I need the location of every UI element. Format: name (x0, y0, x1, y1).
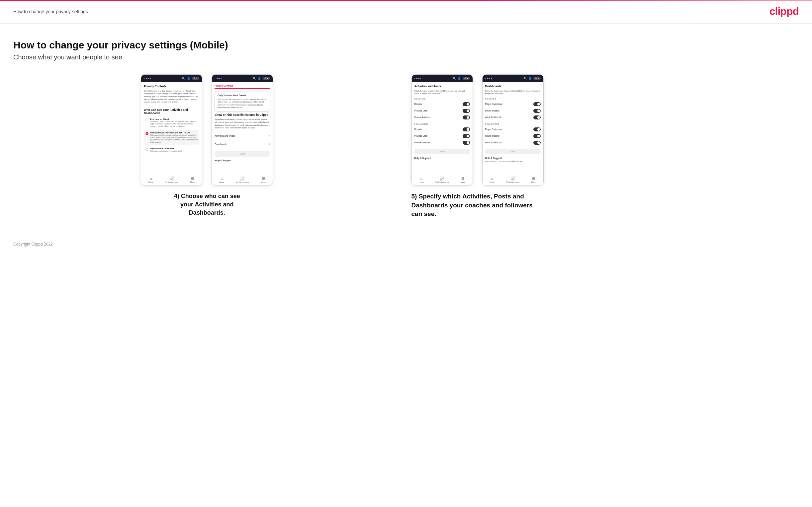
help-text4: Visit our Clippd community to troublesho… (485, 160, 541, 162)
toggle-followers-manual-switch[interactable] (463, 141, 470, 145)
chevron-down-icon: ▾ (196, 77, 198, 79)
screen3-followers-label: FOLLOWERS (414, 123, 470, 125)
bottom-nav-menu[interactable]: ☰ Menu (190, 177, 195, 183)
screen1-section-title: Who Can See Your Activities and Dashboar… (144, 108, 199, 115)
menu-row-dashboards-label: Dashboards (214, 143, 227, 145)
screen4-mockup: ‹ Back 🔍 👤 ⊕ ▾ Dashbo (482, 74, 544, 185)
toggle-followers-drills-switch[interactable] (463, 134, 470, 138)
more-btn[interactable]: ⊕ ▾ (192, 77, 199, 80)
toggle-label-coaches-round-insights: Round Insights (485, 110, 500, 112)
toggle-coaches-rounds-switch[interactable] (463, 102, 470, 106)
person-icon2[interactable]: 👤 (258, 77, 261, 80)
toggle-coaches-what-to-work-switch[interactable] (534, 115, 541, 119)
screen3-bottom-menu[interactable]: ☰ Menu (461, 177, 465, 183)
toggle-coaches-player-dashboard-switch[interactable] (534, 102, 541, 106)
screen4-bottom-nav: ⌂ Home 📈 My Performance ☰ Menu (483, 175, 543, 185)
more-btn3[interactable]: ⊕ ▾ (463, 77, 470, 80)
screen2-bottom-home[interactable]: ⌂ Home (219, 177, 224, 183)
save-btn-2[interactable]: Save (214, 151, 270, 157)
toggle-followers-round-insights-switch[interactable] (534, 134, 541, 138)
top-bar: How to change your privacy settings clip… (0, 0, 812, 23)
home-label3: Home (419, 181, 424, 183)
screen3-bottom-home[interactable]: ⌂ Home (419, 177, 424, 183)
person-icon[interactable]: 👤 (187, 77, 190, 80)
toggle-followers-round-insights: Round Insights (485, 133, 541, 139)
toggle-label-followers-drills: Practice Drills (414, 135, 428, 137)
footer: Copyright Clippd 2022 (0, 232, 812, 257)
menu-icon4: ☰ (532, 177, 536, 180)
radio-content-coach: Only You and Your Coach Only you and the… (150, 148, 184, 152)
performance-label2: My Performance (236, 181, 249, 183)
menu-label3: Menu (461, 181, 465, 183)
toggle-followers-player-dashboard-switch[interactable] (534, 127, 541, 131)
screen4-back-label: Back (487, 77, 493, 79)
toggle-followers-rounds: Rounds (414, 126, 470, 133)
screen2-body: Privacy Controls Only You and Your Coach… (212, 82, 273, 175)
bottom-nav-performance[interactable]: 📈 My Performance (165, 177, 179, 183)
toggle-label-coaches-rounds: Rounds (414, 103, 422, 105)
more-btn4[interactable]: ⊕ ▾ (534, 77, 541, 80)
toggle-coaches-drills: Practice Drills (414, 108, 470, 114)
radio-desc-followers: Only approved followers and coaches you … (150, 134, 198, 143)
screen2-bottom-nav: ⌂ Home 📈 My Performance ☰ Menu (212, 175, 273, 185)
search-icon2[interactable]: 🔍 (253, 77, 256, 80)
screen4-bottom-performance[interactable]: 📈 My Performance (506, 177, 519, 183)
screen2-bottom-menu[interactable]: ☰ Menu (261, 177, 266, 183)
help-support-label3: Help & Support (414, 157, 470, 159)
screen2-tab-label: Privacy Controls (214, 84, 270, 89)
screen3-bottom-performance[interactable]: 📈 My Performance (436, 177, 449, 183)
search-icon4[interactable]: 🔍 (523, 77, 527, 80)
radio-option-everyone[interactable]: Everyone on Clippd Anyone on Clippd can … (144, 116, 199, 129)
toggle-coaches-manual-switch[interactable] (463, 115, 470, 119)
more-btn2[interactable]: ⊕ ▾ (263, 77, 270, 80)
toggle-label-coaches-drills: Practice Drills (414, 110, 428, 112)
search-icon3[interactable]: 🔍 (453, 77, 456, 80)
main-content: How to change your privacy settings (Mob… (0, 23, 812, 232)
screen4-bottom-menu[interactable]: ☰ Menu (531, 177, 536, 183)
screen3-bottom-nav: ⌂ Home 📈 My Performance ☰ Menu (412, 175, 472, 185)
toggle-coaches-rounds: Rounds (414, 101, 470, 108)
radio-label-followers: Only Approved Followers and Your Coach (150, 132, 198, 134)
radio-option-coach[interactable]: Only You and Your Coach Only you and the… (144, 146, 199, 154)
screen4-back[interactable]: ‹ Back (485, 77, 493, 80)
screen3-back[interactable]: ‹ Back (414, 77, 422, 80)
screen2-bottom-performance[interactable]: 📈 My Performance (236, 177, 249, 183)
person-icon4[interactable]: 👤 (528, 77, 532, 80)
screen3-coaches-label: COACHES (414, 98, 470, 100)
menu-row-dashboards[interactable]: Dashboards › (214, 140, 270, 148)
save-btn-4[interactable]: Save (485, 149, 541, 154)
bottom-nav-home[interactable]: ⌂ Home (148, 177, 153, 183)
page-heading: How to change your privacy settings (Mob… (13, 40, 799, 51)
screen2-section-title: Show or hide specific features in Clippd (214, 113, 270, 116)
radio-option-followers[interactable]: Only Approved Followers and Your Coach O… (144, 130, 199, 145)
toggle-label-followers-player-dashboard: Player Dashboard (485, 128, 503, 130)
logo: clippd (769, 5, 799, 17)
back-chevron-icon3: ‹ (414, 77, 415, 80)
menu-icon: ☰ (191, 177, 194, 180)
toggle-coaches-round-insights-switch[interactable] (534, 109, 541, 113)
screen4-bottom-home[interactable]: ⌂ Home (490, 177, 495, 183)
toggle-followers-rounds-switch[interactable] (463, 127, 470, 131)
save-btn-3[interactable]: Save (414, 149, 470, 154)
back-chevron-icon: ‹ (144, 77, 145, 80)
performance-label4: My Performance (506, 181, 519, 183)
menu-label: Menu (190, 181, 195, 183)
performance-icon4: 📈 (510, 177, 515, 180)
chevron-right-icon-activities: › (269, 134, 270, 137)
search-icon[interactable]: 🔍 (182, 77, 185, 80)
toggle-followers-what-to-work-switch[interactable] (534, 141, 541, 145)
pair-screenshots-right: ‹ Back 🔍 👤 ⊕ ▾ Activi (411, 74, 544, 185)
screen2-back[interactable]: ‹ Back (214, 77, 222, 80)
toggle-coaches-drills-switch[interactable] (463, 109, 470, 113)
screen1-back[interactable]: ‹ Back (144, 77, 151, 80)
popup-title: Only You and Your Coach (217, 94, 267, 97)
chevron-down-icon2: ▾ (267, 77, 268, 79)
screen2-back-label: Back (216, 77, 222, 79)
copyright: Copyright Clippd 2022 (13, 242, 53, 246)
screen2-section-text: Regardless of the privacy controls that … (214, 118, 270, 129)
top-bar-title: How to change your privacy settings (13, 9, 88, 14)
home-icon4: ⌂ (491, 177, 493, 180)
person-icon3[interactable]: 👤 (458, 77, 461, 80)
menu-row-activities[interactable]: Activities and Posts › (214, 132, 270, 140)
home-icon: ⌂ (150, 177, 152, 180)
